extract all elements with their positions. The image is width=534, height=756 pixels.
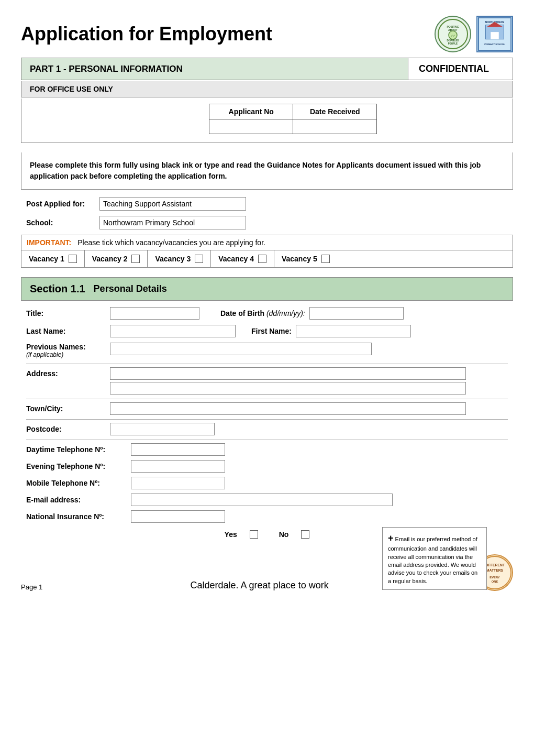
instructions-text: Please complete this form fully using bl…	[30, 161, 481, 180]
title-dob-row: Title: Date of Birth (dd/mm/yy):	[26, 307, 508, 320]
ni-input[interactable]	[131, 510, 225, 523]
page-number: Page 1	[21, 583, 42, 591]
separator-2	[26, 399, 508, 399]
part1-label: PART 1 - PERSONAL INFORMATION	[21, 58, 408, 80]
svg-text:MATTERS: MATTERS	[486, 568, 504, 572]
applicant-no-field[interactable]	[209, 119, 293, 134]
no-label: No	[279, 530, 289, 539]
vacancy-1-cell: Vacancy 1	[21, 250, 85, 267]
address-input-1[interactable]	[110, 367, 466, 380]
prev-names-label-wrap: Previous Names: (if applicable)	[26, 343, 110, 358]
mobile-tel-row: Mobile Telephone Nº:	[26, 477, 508, 489]
postcode-row: Postcode:	[26, 423, 508, 435]
post-applied-row: Post Applied for: Teaching Support Assis…	[21, 197, 513, 211]
post-applied-field[interactable]: Teaching Support Assistant	[99, 197, 246, 211]
email-row: E-mail address:	[26, 494, 508, 506]
email-note-box: + Email is our preferred method of commu…	[382, 527, 487, 590]
vacancy-4-checkbox[interactable]	[258, 255, 266, 263]
part1-bar: PART 1 - PERSONAL INFORMATION CONFIDENTI…	[21, 58, 513, 80]
address-row-1: Address:	[26, 367, 508, 380]
yes-checkbox[interactable]	[250, 530, 258, 539]
vacancy-2-label: Vacancy 2	[92, 255, 128, 263]
title-label: Title:	[26, 309, 110, 317]
positive-about-disabled-logo: POSITIVE ABOUT ✓✓ DISABLED PEOPLE	[435, 16, 471, 52]
important-bar: IMPORTANT: Please tick which vacancy/vac…	[21, 235, 513, 250]
vacancy-1-label: Vacancy 1	[29, 255, 64, 263]
prev-names-sub: (if applicable)	[26, 351, 110, 358]
page-title: Application for Employment	[21, 23, 435, 45]
section-1-1-header: Section 1.1 Personal Details	[21, 277, 513, 301]
vacancy-5-label: Vacancy 5	[282, 255, 317, 263]
svg-text:✓✓: ✓✓	[451, 34, 455, 37]
confidential-label: CONFIDENTIAL	[408, 58, 513, 80]
vacancy-4-cell: Vacancy 4	[211, 250, 274, 267]
vacancy-4-label: Vacancy 4	[218, 255, 254, 263]
email-input[interactable]	[131, 494, 393, 506]
dob-input[interactable]	[309, 307, 404, 320]
postcode-input[interactable]	[110, 423, 215, 435]
daytime-tel-row: Daytime Telephone Nº:	[26, 443, 508, 456]
prev-names-label: Previous Names:	[26, 343, 110, 351]
email-note-plus: +	[388, 533, 394, 543]
logo-area: POSITIVE ABOUT ✓✓ DISABLED PEOPLE NORTHO…	[435, 16, 513, 52]
last-name-input[interactable]	[110, 325, 236, 337]
daytime-tel-input[interactable]	[131, 443, 225, 456]
svg-text:DIFFERENT: DIFFERENT	[485, 563, 505, 567]
date-received-field[interactable]	[293, 119, 377, 134]
address-row-2	[26, 382, 508, 395]
daytime-tel-label: Daytime Telephone Nº:	[26, 445, 131, 454]
page-header: Application for Employment POSITIVE ABOU…	[21, 16, 513, 52]
evening-tel-label: Evening Telephone Nº:	[26, 462, 131, 470]
separator-3	[26, 419, 508, 420]
address-label: Address:	[26, 369, 110, 378]
town-input[interactable]	[110, 402, 466, 415]
address-input-2[interactable]	[110, 382, 466, 395]
school-row: School: Northowram Primary School	[21, 216, 513, 229]
instructions-box: Please complete this form fully using bl…	[21, 152, 513, 190]
first-name-label: First Name:	[251, 327, 292, 335]
vacancy-3-checkbox[interactable]	[195, 255, 203, 263]
office-use-bar: FOR OFFICE USE ONLY	[21, 81, 513, 97]
email-note-text: Email is our preferred method of communi…	[388, 536, 477, 584]
important-text: Please tick which vacancy/vacancies you …	[77, 238, 265, 247]
email-label: E-mail address:	[26, 496, 131, 504]
vacancy-5-checkbox[interactable]	[321, 255, 330, 263]
svg-text:PEOPLE: PEOPLE	[448, 42, 458, 45]
evening-tel-input[interactable]	[131, 460, 225, 473]
telephone-section: Daytime Telephone Nº: Evening Telephone …	[26, 443, 508, 523]
vacancy-bar: Vacancy 1 Vacancy 2 Vacancy 3 Vacancy 4 …	[21, 250, 513, 268]
vacancy-2-checkbox[interactable]	[131, 255, 140, 263]
post-applied-label: Post Applied for:	[26, 200, 99, 208]
svg-text:ONE: ONE	[492, 580, 498, 583]
svg-text:PRIMARY SCHOOL: PRIMARY SCHOOL	[484, 43, 505, 46]
vacancy-5-cell: Vacancy 5	[274, 250, 337, 267]
svg-text:DISABLED: DISABLED	[447, 39, 459, 42]
svg-text:EVERY: EVERY	[490, 576, 500, 579]
school-label: School:	[26, 218, 99, 227]
ni-label: National Insurance Nº:	[26, 512, 131, 521]
date-received-header: Date Received	[293, 104, 377, 119]
applicant-table: Applicant No Date Received	[157, 104, 377, 134]
separator-4	[26, 440, 508, 440]
section-title: Personal Details	[94, 283, 167, 294]
mobile-tel-input[interactable]	[131, 477, 225, 489]
postcode-label: Postcode:	[26, 425, 110, 433]
last-name-label: Last Name:	[26, 327, 110, 335]
no-checkbox[interactable]	[301, 530, 309, 539]
yes-label: Yes	[225, 530, 237, 539]
vacancy-1-checkbox[interactable]	[69, 255, 77, 263]
vacancy-3-label: Vacancy 3	[155, 255, 191, 263]
title-input[interactable]	[110, 307, 199, 320]
section-number: Section 1.1	[30, 283, 85, 295]
evening-tel-row: Evening Telephone Nº:	[26, 460, 508, 473]
name-row: Last Name: First Name:	[26, 325, 508, 337]
ni-row: National Insurance Nº:	[26, 510, 508, 523]
first-name-input[interactable]	[296, 325, 411, 337]
separator-1	[26, 364, 508, 364]
school-field[interactable]: Northowram Primary School	[99, 216, 246, 229]
vacancy-3-cell: Vacancy 3	[148, 250, 211, 267]
vacancy-2-cell: Vacancy 2	[85, 250, 148, 267]
town-label: Town/City:	[26, 404, 110, 413]
prev-names-input[interactable]	[110, 343, 372, 355]
personal-details-area: Title: Date of Birth (dd/mm/yy): Last Na…	[21, 307, 513, 539]
